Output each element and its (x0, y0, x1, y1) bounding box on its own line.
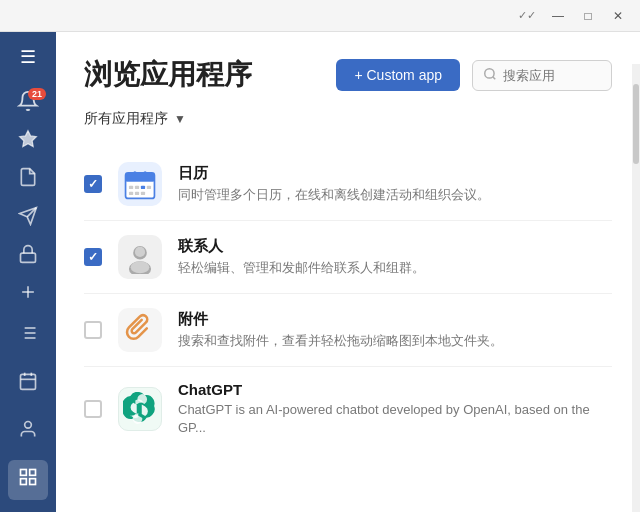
close-button[interactable]: ✕ (604, 5, 632, 27)
sidebar-item-documents[interactable] (8, 163, 48, 197)
calendar-checkbox[interactable] (84, 175, 102, 193)
svg-rect-12 (21, 375, 36, 390)
svg-rect-27 (143, 171, 146, 176)
sidebar-item-add[interactable] (8, 278, 48, 312)
hamburger-icon: ☰ (20, 46, 36, 68)
svg-rect-28 (129, 186, 133, 189)
chatgpt-app-icon (118, 387, 162, 431)
svg-rect-29 (135, 186, 139, 189)
svg-rect-26 (133, 171, 136, 176)
svg-rect-25 (126, 178, 155, 181)
sidebar-menu-icon[interactable]: ☰ (8, 40, 48, 74)
calendar-icon (18, 371, 38, 396)
filter-row[interactable]: 所有应用程序 ▼ (84, 110, 612, 128)
titlebar-controls: — □ ✕ (544, 5, 632, 27)
calendar-app-desc: 同时管理多个日历，在线和离线创建活动和组织会议。 (178, 186, 612, 204)
svg-rect-18 (30, 470, 36, 476)
calendar-app-name: 日历 (178, 164, 612, 183)
attachment-app-name: 附件 (178, 310, 612, 329)
scrollbar-thumb[interactable] (633, 84, 639, 164)
attachment-checkbox[interactable] (84, 321, 102, 339)
user-icon (18, 419, 38, 444)
contacts-app-name: 联系人 (178, 237, 612, 256)
grid-icon (18, 467, 38, 492)
list-item: 附件 搜索和查找附件，查看并轻松拖动缩略图到本地文件夹。 (84, 294, 612, 367)
page-title: 浏览应用程序 (84, 56, 252, 94)
custom-app-button[interactable]: + Custom app (336, 59, 460, 91)
contacts-app-icon (118, 235, 162, 279)
contacts-checkbox[interactable] (84, 248, 102, 266)
sidebar-item-favorites[interactable] (8, 125, 48, 159)
maximize-button[interactable]: □ (574, 5, 602, 27)
svg-point-38 (131, 261, 150, 273)
search-box (472, 60, 612, 91)
plus-icon (18, 282, 38, 307)
minimize-button[interactable]: — (544, 5, 572, 27)
chatgpt-checkbox[interactable] (84, 400, 102, 418)
svg-point-21 (485, 68, 494, 77)
contacts-app-desc: 轻松编辑、管理和发邮件给联系人和组群。 (178, 259, 612, 277)
sidebar-item-list[interactable] (8, 316, 48, 356)
sidebar-item-grid[interactable] (8, 460, 48, 500)
sidebar-item-user[interactable] (8, 412, 48, 452)
svg-rect-34 (141, 192, 145, 195)
svg-marker-0 (20, 131, 37, 147)
sidebar-item-notifications[interactable]: 21 (8, 86, 48, 120)
svg-line-22 (493, 76, 496, 79)
svg-point-16 (25, 422, 32, 429)
chevron-down-icon: ▼ (174, 112, 186, 126)
app-list: 日历 同时管理多个日历，在线和离线创建活动和组织会议。 联系人 (84, 148, 612, 451)
svg-rect-30 (141, 186, 145, 189)
titlebar-check: ✓✓ (518, 9, 536, 22)
header: 浏览应用程序 + Custom app (84, 56, 612, 94)
sidebar-item-send[interactable] (8, 201, 48, 235)
calendar-app-info: 日历 同时管理多个日历，在线和离线创建活动和组织会议。 (178, 164, 612, 204)
send-icon (18, 206, 38, 231)
lock-icon (18, 244, 38, 269)
svg-rect-33 (135, 192, 139, 195)
app-container: ☰ 21 (0, 32, 640, 512)
chatgpt-app-info: ChatGPT ChatGPT is an AI-powered chatbot… (178, 381, 612, 437)
attachment-app-info: 附件 搜索和查找附件，查看并轻松拖动缩略图到本地文件夹。 (178, 310, 612, 350)
chatgpt-app-desc: ChatGPT is an AI-powered chatbot develop… (178, 401, 612, 437)
chatgpt-app-name: ChatGPT (178, 381, 612, 398)
list-item: 联系人 轻松编辑、管理和发邮件给联系人和组群。 (84, 221, 612, 294)
svg-rect-3 (21, 253, 36, 262)
svg-rect-32 (129, 192, 133, 195)
svg-point-37 (135, 247, 145, 257)
svg-rect-31 (147, 186, 151, 189)
main-content: 浏览应用程序 + Custom app 所有应用程序 ▼ (56, 32, 640, 512)
contacts-app-info: 联系人 轻松编辑、管理和发邮件给联系人和组群。 (178, 237, 612, 277)
attachment-app-icon (118, 308, 162, 352)
attachment-app-desc: 搜索和查找附件，查看并轻松拖动缩略图到本地文件夹。 (178, 332, 612, 350)
calendar-app-icon (118, 162, 162, 206)
header-right: + Custom app (336, 59, 612, 91)
star-icon (18, 129, 38, 154)
search-icon (483, 67, 497, 84)
notification-badge: 21 (28, 88, 46, 100)
search-input[interactable] (503, 68, 601, 83)
svg-rect-20 (21, 479, 27, 485)
list-item: 日历 同时管理多个日历，在线和离线创建活动和组织会议。 (84, 148, 612, 221)
titlebar: ✓✓ — □ ✕ (0, 0, 640, 32)
filter-label: 所有应用程序 (84, 110, 168, 128)
sidebar-item-lock[interactable] (8, 239, 48, 273)
sidebar: ☰ 21 (0, 32, 56, 512)
sidebar-bottom (8, 316, 48, 512)
sidebar-item-calendar[interactable] (8, 364, 48, 404)
svg-rect-17 (21, 470, 27, 476)
scrollbar-track (632, 64, 640, 512)
list-item: ChatGPT ChatGPT is an AI-powered chatbot… (84, 367, 612, 451)
svg-rect-19 (30, 479, 36, 485)
document-icon (18, 167, 38, 192)
list-icon (18, 323, 38, 348)
